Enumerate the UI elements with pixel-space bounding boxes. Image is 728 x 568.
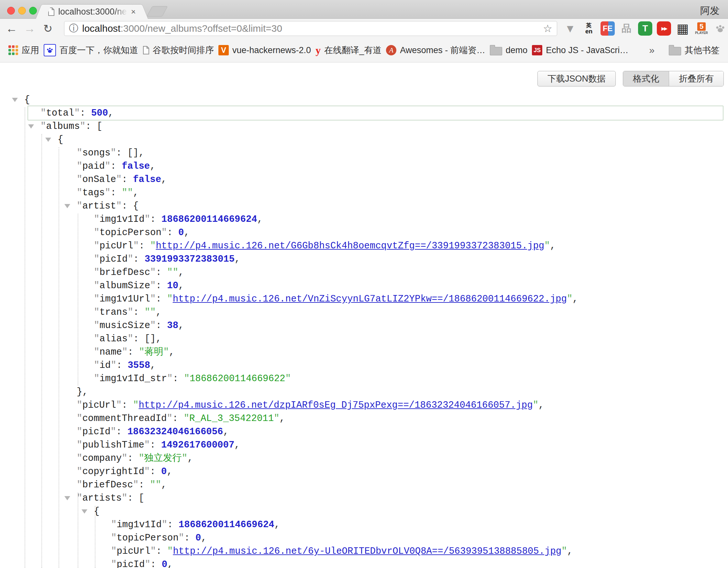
json-token: : <box>138 480 150 490</box>
json-token: picUrl <box>77 400 122 411</box>
json-token: : <box>156 280 167 291</box>
json-url-link[interactable]: http://p4.music.126.net/6y-UleORITEDbvrO… <box>173 546 561 557</box>
json-token: , <box>187 453 193 464</box>
paw-extension-icon[interactable] <box>713 21 727 36</box>
json-token: name <box>94 347 127 358</box>
json-line: img1v1Id_str: 18686200114669622 <box>0 372 728 385</box>
json-url-link[interactable]: http://p4.music.126.net/G6Gb8hsCk4h8oemc… <box>156 240 544 251</box>
json-token: , <box>133 187 138 198</box>
page-info-icon[interactable]: ⓘ <box>69 22 78 35</box>
bookmark-google-sort[interactable]: 谷歌按时间排序 <box>143 44 214 56</box>
bookmarks-overflow-icon[interactable]: » <box>649 45 655 56</box>
vue-devtools-extension-icon[interactable]: ▼ <box>563 21 577 36</box>
json-token: , <box>178 320 184 331</box>
tampermonkey-extension-icon[interactable]: T <box>638 21 652 36</box>
json-token: " <box>150 240 156 251</box>
url-bar[interactable]: ⓘ localhost :3000/new_albums?offset=0&li… <box>64 21 557 36</box>
profile-name[interactable]: 阿发 <box>700 4 720 17</box>
collapse-all-button[interactable]: 折叠所有 <box>669 71 723 86</box>
qr-code-extension-icon[interactable]: ▦ <box>676 21 690 36</box>
bookmark-label: 其他书签 <box>685 44 720 56</box>
json-token: alias <box>94 334 133 344</box>
sitemap-extension-icon[interactable]: 品 <box>619 21 634 36</box>
collapse-toggle-icon[interactable] <box>64 496 70 500</box>
json-token: : <box>116 427 127 437</box>
json-line: topicPerson: 0, <box>0 226 728 239</box>
video-speed-extension-icon[interactable]: ▸▸ <box>657 21 671 36</box>
bookmark-echojs[interactable]: JS Echo JS - JavaScri… <box>532 45 628 55</box>
json-line: name: 蒋明, <box>0 346 728 359</box>
browser-tab[interactable]: localhost:3000/new_albums?o × <box>45 4 139 19</box>
json-line: { <box>0 133 728 146</box>
json-token: , <box>274 519 280 530</box>
bookmark-vue-hackernews[interactable]: V vue-hackernews-2.0 <box>218 45 311 55</box>
bookmark-awesomes[interactable]: A Awesomes - 前端资… <box>386 44 485 56</box>
json-token: publishTime <box>77 440 150 451</box>
back-button[interactable]: ← <box>3 22 21 35</box>
json-token: total <box>40 108 80 118</box>
page-controls: 下载JSON数据 格式化 折叠所有 <box>537 71 724 86</box>
bookmark-apps[interactable]: 应用 <box>8 44 39 56</box>
collapse-toggle-icon[interactable] <box>12 98 18 102</box>
json-token: tags <box>77 187 110 198</box>
json-token: artist <box>77 201 122 211</box>
json-token: , <box>234 440 240 451</box>
json-line: trans: , <box>0 306 728 319</box>
json-line: picUrl: "http://p4.music.126.net/6y-UleO… <box>0 545 728 558</box>
tab-close-icon[interactable]: × <box>131 7 136 17</box>
download-json-button[interactable]: 下载JSON数据 <box>537 71 616 86</box>
other-bookmarks-folder[interactable]: 其他书签 <box>669 44 720 56</box>
json-token <box>167 267 178 278</box>
json-token: img1v1Id_str <box>94 373 173 384</box>
json-token: picId <box>77 427 116 437</box>
json-token: 0 <box>161 466 167 477</box>
collapse-toggle-icon[interactable] <box>45 138 51 142</box>
html5-player-extension-icon[interactable]: 5 PLAYER <box>694 21 709 36</box>
json-token: picUrl <box>94 240 139 251</box>
json-line: onSale: false, <box>0 173 728 186</box>
bookmark-demo-folder[interactable]: demo <box>490 45 528 55</box>
json-token: , <box>150 161 155 172</box>
minimize-window-button[interactable] <box>18 7 26 15</box>
json-token: 蒋明 <box>139 347 169 358</box>
json-token: , <box>156 307 161 318</box>
close-window-button[interactable] <box>7 7 15 15</box>
format-button[interactable]: 格式化 <box>623 71 669 86</box>
collapse-toggle-icon[interactable] <box>82 509 87 514</box>
json-line: picUrl: "http://p4.music.126.net/dzpIARf… <box>0 399 728 412</box>
json-token: " <box>567 294 572 305</box>
json-token: : { <box>122 201 138 211</box>
fe-extension-icon[interactable]: FE <box>601 21 615 36</box>
json-token: : <box>116 360 128 371</box>
json-token: false <box>122 161 150 172</box>
json-line: publishTime: 1492617600007, <box>0 439 728 452</box>
json-token: : [ <box>127 493 144 504</box>
json-token: img1v1Id <box>94 214 150 225</box>
json-token: picUrl <box>111 546 156 557</box>
youdao-translate-extension-icon[interactable]: 英 en <box>582 21 596 36</box>
json-token: musicSize <box>94 320 156 331</box>
json-line: alias: [], <box>0 332 728 346</box>
json-url-link[interactable]: http://p4.music.126.net/dzpIARf0sEg_Dj75… <box>138 400 533 411</box>
json-token: 500 <box>91 108 108 118</box>
new-tab-button[interactable] <box>147 6 168 17</box>
json-token: , <box>280 413 285 424</box>
bookmark-youdao[interactable]: y 在线翻译_有道 <box>315 44 381 56</box>
bookmark-baidu[interactable]: 百度一下，你就知道 <box>44 44 138 56</box>
json-token: 0 <box>162 559 167 568</box>
json-token <box>122 187 133 198</box>
json-token: : <box>110 187 122 198</box>
bookmark-star-icon[interactable]: ☆ <box>543 22 552 35</box>
json-token: " <box>133 400 138 411</box>
json-token: }, <box>77 387 88 397</box>
json-url-link[interactable]: http://p4.music.126.net/VnZiScyynLG7atLI… <box>173 294 567 305</box>
collapse-toggle-icon[interactable] <box>64 204 70 208</box>
json-line: briefDesc: , <box>0 478 728 492</box>
reload-button[interactable]: ↻ <box>39 22 57 35</box>
json-token: picId <box>94 254 133 264</box>
json-token: copyrightId <box>77 466 150 477</box>
maximize-window-button[interactable] <box>29 7 37 15</box>
json-token: 0 <box>178 227 184 238</box>
collapse-toggle-icon[interactable] <box>28 124 34 128</box>
bookmark-label: 谷歌按时间排序 <box>153 44 214 56</box>
